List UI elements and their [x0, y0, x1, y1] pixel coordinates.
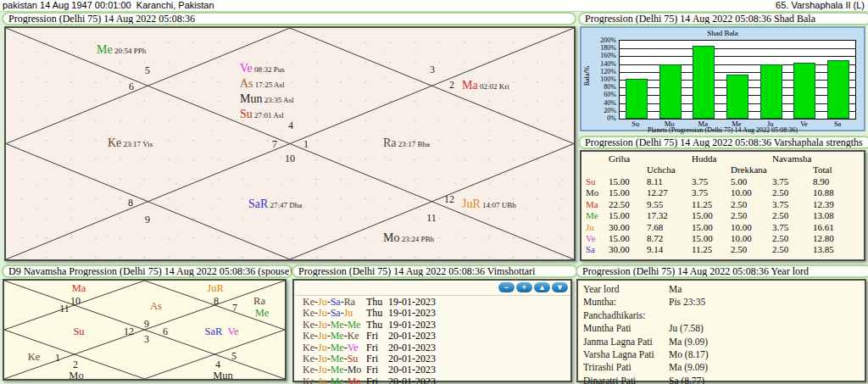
rasi-chart[interactable]: Me 20:54 PPhVe 08:32 PusAs 17:25 AslMun … [4, 26, 576, 261]
strengths-row-me-cell: Me [586, 210, 609, 221]
title-bar: pakistan 14 Aug 1947 00:01:00 Karanchi, … [0, 0, 868, 12]
d9-house-number: 7 [232, 302, 237, 314]
strengths-row-sa-cell: 9.14 [647, 244, 692, 255]
d9-planet-ma: Ma [72, 280, 86, 295]
planet-label: Ke [108, 136, 121, 149]
strengths-header-row2-cell [586, 164, 609, 175]
strengths-row-su-cell: 3.75 [692, 176, 731, 187]
x-tick-label: Ve [787, 120, 821, 128]
bar-me [726, 75, 748, 119]
dasha-list-item[interactable]: Ke-Ju-Me-MeThu19-01-2023 [294, 320, 570, 331]
y-tick-label: 100% [587, 75, 616, 83]
dasha-weekday: Thu [366, 297, 382, 308]
d9-planet-su: Su [73, 323, 84, 338]
strengths-row-sa-cell: 30.00 [609, 244, 647, 255]
planet-label: Me [255, 307, 270, 319]
shadbala-plot-area [619, 40, 856, 120]
year-lord-row-value: Pis 23:35 [669, 296, 705, 309]
gridline [620, 48, 855, 49]
dasha-list-item[interactable]: Ke-Ju-Me-MaFri20-01-2023 [294, 376, 570, 384]
rasi-chart-lines [6, 28, 574, 259]
down-button[interactable]: ▼ [552, 282, 568, 292]
strengths-header-row1: GrihaHuddaNavamsha [581, 153, 864, 164]
year-lord-row-label: Year lord [583, 283, 620, 296]
y-tick-label: 40% [587, 99, 616, 107]
dasha-list-item[interactable]: Ke-Ju-Me-VeFri20-01-2023 [294, 342, 570, 353]
planet-label: Me [97, 43, 113, 56]
strengths-header-row1-cell: Hudda [692, 153, 731, 164]
strengths-row-ve-cell: 12.80 [813, 233, 864, 244]
rasi-house-number: 9 [145, 214, 150, 226]
rasi-planet-jur: JuR 14:07 UBh [462, 196, 516, 211]
strengths-row-mo-cell: 10.88 [813, 187, 864, 198]
rasi-planet-ma: Ma 02:02 Kri [462, 77, 509, 92]
bar-mo [659, 64, 682, 119]
planet-degree: 23:17 Bha [397, 140, 431, 148]
minus-button[interactable]: − [498, 282, 515, 292]
shadbala-header[interactable]: Progression (Delhi 75) 14 Aug 2022 05:08… [578, 12, 868, 25]
rasi-house-number: 5 [145, 64, 150, 77]
strengths-header-row2-cell [692, 164, 731, 175]
rasi-planet-ve: Ve 08:32 Pus [240, 60, 285, 75]
vimshottari-dasha-list: −+▲▼ Ke-Ju-Sa-RaThu19-01-2023Ke-Ju-Sa-Ju… [292, 279, 572, 382]
rasi-chart-header[interactable]: Progression (Delhi 75) 14 Aug 2022 05:08… [2, 12, 576, 25]
d9-navamsha-chart[interactable]: MaJuRRaMeAsSuSaRVeKeMoMun101187912361254 [3, 279, 287, 381]
strengths-header-row1-cell [586, 153, 609, 164]
year-lord-row-label: Dinaratri Pati [583, 375, 636, 384]
y-tick-label: 180% [587, 44, 616, 52]
strengths-header[interactable]: Progression (Delhi 75) 14 Aug 2022 05:08… [578, 136, 868, 149]
strengths-row-ma-cell: Ma [586, 199, 609, 210]
strengths-header-row2-cell [772, 164, 813, 175]
strengths-row-mo-cell: 12.27 [647, 187, 692, 198]
planet-label: Ve [240, 62, 253, 75]
dasha-lords: Ke-Ju-Me-Ke [303, 331, 359, 342]
planet-label: Ra [383, 136, 397, 149]
d9-planet-jur: JuR [207, 280, 223, 295]
dasha-lords: Ke-Ju-Sa-Ra [303, 297, 355, 308]
up-button[interactable]: ▲ [534, 282, 550, 292]
dasha-list-item[interactable]: Ke-Ju-Sa-RaThu19-01-2023 [294, 297, 570, 308]
d9-house-number: 11 [59, 303, 70, 315]
year-lord-row-label: Muntha Pati [583, 322, 632, 335]
strengths-row-mo: Mo15.0012.273.7510.002.5010.88 [581, 187, 864, 198]
strengths-row-me-cell: 2.50 [772, 210, 813, 221]
year-lord-row-label: Janma Lagna Pati [583, 336, 653, 348]
strengths-row-su-cell: Su [586, 176, 609, 187]
year-lord-header[interactable]: Progression (Delhi 75) 14 Aug 2022 05:08… [576, 264, 868, 278]
strengths-row-sa-cell: 11.25 [692, 244, 731, 255]
year-lord-row: Panchadhikaris: [578, 309, 865, 322]
d9-house-number: 10 [70, 295, 81, 308]
view-name: 65. Varshaphala II (L) [776, 0, 865, 11]
strengths-row-ve-cell: 8.72 [647, 233, 692, 244]
dasha-list-item[interactable]: Ke-Ju-Me-SuFri20-01-2023 [294, 353, 570, 365]
planet-label: Su [240, 108, 253, 120]
d9-house-number: 1 [55, 352, 60, 365]
dasha-weekday: Thu [366, 320, 382, 331]
x-tick-label: Sa [821, 120, 854, 128]
planet-degree: 02:02 Kri [478, 82, 509, 91]
planet-label: Mo [383, 231, 399, 244]
d9-house-number: 9 [144, 318, 149, 331]
d9-chart-header[interactable]: D9 Navamsha Progression (Delhi 75) 14 Au… [2, 264, 293, 278]
plus-button[interactable]: + [516, 282, 532, 292]
dasha-list-item[interactable]: Ke-Ju-Sa-JuThu19-01-2023 [294, 308, 570, 319]
rasi-planet-sar: SaR 27:47 Dha [248, 196, 302, 211]
rasi-house-number: 3 [430, 64, 435, 76]
planet-label: Ke [28, 351, 41, 363]
strengths-row-ju: Ju30.007.6815.0010.003.7516.61 [581, 222, 864, 233]
strengths-row-ju-cell: 10.00 [731, 222, 772, 233]
strengths-header-row1-cell: Navamsha [772, 153, 813, 164]
x-tick-label: Me [720, 120, 754, 128]
strengths-header-row2-cell [609, 164, 647, 175]
y-tick-label: 60% [587, 91, 616, 98]
rasi-house-number: 6 [129, 81, 134, 93]
strengths-row-su-cell: 8.11 [647, 176, 692, 187]
strengths-row-ju-cell: 15.00 [692, 222, 731, 233]
dasha-weekday: Fri [366, 353, 378, 365]
x-tick-label: Ma [686, 120, 720, 128]
vimshottari-header[interactable]: Progression (Delhi 75) 14 Aug 2022 05:08… [292, 264, 578, 278]
rasi-planet-me: Me 20:54 PPh [97, 42, 146, 57]
dasha-list-item[interactable]: Ke-Ju-Me-KeFri20-01-2023 [294, 331, 570, 342]
dasha-list-item[interactable]: Ke-Ju-Me-MoFri20-01-2023 [294, 365, 570, 376]
year-lord-row-value: Ju (7.58) [669, 322, 704, 335]
